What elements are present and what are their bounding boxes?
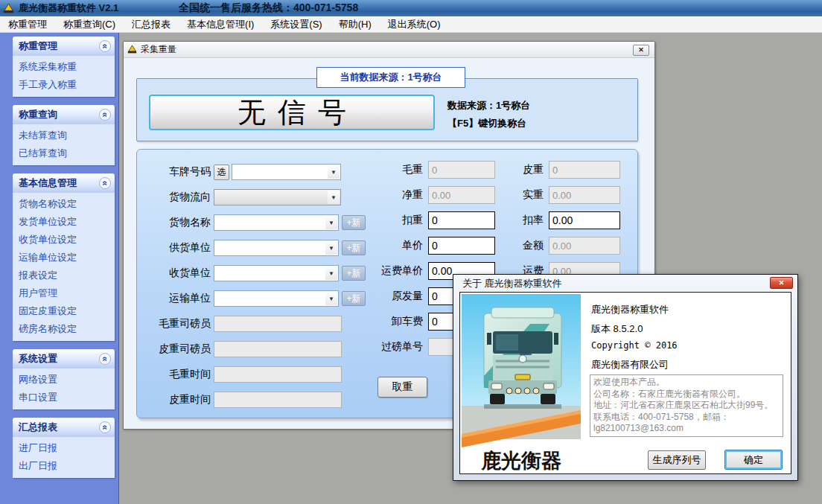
sidebar-item-unsettled-query[interactable]: 未结算查询 bbox=[19, 127, 115, 144]
chevron-down-icon[interactable]: ▼ bbox=[328, 191, 340, 204]
menu-settings[interactable]: 系统设置(S) bbox=[262, 16, 330, 32]
source-info: 数据来源：1号称台 【F5】键切换称台 bbox=[447, 97, 530, 133]
sidebar-group-basic-info: 基本信息管理 « 货物名称设定 发货单位设定 收货单位设定 运输单位设定 报表设… bbox=[13, 173, 115, 341]
receiver-combo[interactable]: ▼ bbox=[214, 265, 339, 281]
plate-number-label: 车牌号码 bbox=[136, 165, 211, 179]
sidebar-item-shipper[interactable]: 发货单位设定 bbox=[19, 213, 115, 231]
about-dialog: 关于 鹿光衡器称重软件 ✕ bbox=[453, 274, 798, 481]
chevron-down-icon[interactable]: ▼ bbox=[325, 292, 337, 305]
deduct-rate-field[interactable] bbox=[549, 211, 620, 229]
svg-text:鹿光衡器: 鹿光衡器 bbox=[480, 450, 561, 472]
gross-weight-field[interactable] bbox=[428, 161, 495, 179]
window-title: 鹿光衡器称重软件 V2.1 bbox=[19, 1, 118, 15]
form-right-column: 皮重 实重 扣率 金额 运费 bbox=[488, 161, 620, 280]
sidebar-item-system-capture[interactable]: 系统采集称重 bbox=[19, 58, 115, 76]
tare-time-field[interactable] bbox=[214, 392, 342, 408]
chevron-down-icon[interactable]: ▼ bbox=[325, 216, 337, 229]
sidebar: 称重管理 « 系统采集称重 手工录入称重 称重查询 « 未结算查询 已结算查询 … bbox=[0, 33, 119, 504]
tare-weight-field[interactable] bbox=[549, 161, 620, 179]
sidebar-group-header[interactable]: 汇总报表 « bbox=[13, 418, 115, 437]
unload-fee-label: 卸车费 bbox=[350, 315, 423, 328]
generate-serial-button[interactable]: 生成序列号 bbox=[648, 450, 706, 470]
info-line: 地址：河北省石家庄鹿泉区石柏北大街99号。 bbox=[593, 400, 780, 412]
amount-field[interactable] bbox=[549, 237, 620, 255]
sidebar-item-fixed-tare[interactable]: 固定皮重设定 bbox=[19, 302, 115, 320]
chevron-up-icon[interactable]: « bbox=[99, 353, 111, 365]
sidebar-item-settled-query[interactable]: 已结算查询 bbox=[19, 144, 115, 162]
menu-exit[interactable]: 退出系统(O) bbox=[380, 16, 449, 32]
unit-price-field[interactable] bbox=[428, 237, 495, 255]
chevron-down-icon[interactable]: ▼ bbox=[328, 165, 340, 179]
net-weight-label: 净重 bbox=[350, 188, 423, 202]
copyright-text: Copyright © 2016 bbox=[591, 340, 678, 351]
tare-operator-label: 皮重司磅员 bbox=[136, 342, 211, 356]
chevron-up-icon[interactable]: « bbox=[99, 177, 111, 189]
menu-reports[interactable]: 汇总报表 bbox=[124, 16, 179, 32]
product-name: 鹿光衡器称重软件 bbox=[591, 303, 669, 316]
actual-weight-field[interactable] bbox=[549, 186, 620, 204]
transporter-label: 运输单位 bbox=[136, 292, 211, 305]
chevron-down-icon[interactable]: ▼ bbox=[325, 241, 337, 255]
close-icon[interactable]: ✕ bbox=[633, 45, 649, 56]
transporter-combo[interactable]: ▼ bbox=[214, 290, 339, 307]
supplier-label: 供货单位 bbox=[136, 241, 211, 255]
menu-basic-info[interactable]: 基本信息管理(I) bbox=[179, 16, 262, 32]
capture-window-titlebar: 采集重量 ✕ bbox=[124, 42, 654, 58]
ok-button[interactable]: 确定 bbox=[724, 450, 783, 470]
menu-query[interactable]: 称重查询(C) bbox=[55, 16, 124, 32]
sidebar-item-inbound-daily[interactable]: 进厂日报 bbox=[19, 439, 115, 457]
gross-time-label: 毛重时间 bbox=[136, 368, 211, 381]
goods-flow-label: 货物流向 bbox=[136, 191, 211, 204]
sidebar-group-header[interactable]: 系统设置 « bbox=[13, 349, 115, 369]
sidebar-group-weighing: 称重管理 « 系统采集称重 手工录入称重 bbox=[13, 36, 115, 97]
sidebar-item-serial-port[interactable]: 串口设置 bbox=[19, 389, 115, 406]
menu-help[interactable]: 帮助(H) bbox=[331, 16, 380, 32]
sidebar-group-title: 基本信息管理 bbox=[19, 176, 77, 190]
sidebar-item-network[interactable]: 网络设置 bbox=[19, 371, 115, 389]
sidebar-item-scale-house[interactable]: 磅房名称设定 bbox=[19, 320, 115, 338]
sidebar-item-outbound-daily[interactable]: 出厂日报 bbox=[19, 457, 115, 475]
gross-time-field[interactable] bbox=[214, 366, 342, 383]
form-left-column: 车牌号码 选 ▼ 货物流向 ▼ 货物名称 ▼ +新 供货单位 ▼ +新 收货单位… bbox=[136, 164, 366, 408]
sidebar-group-header[interactable]: 称重管理 « bbox=[13, 36, 115, 56]
supplier-combo[interactable]: ▼ bbox=[214, 240, 339, 256]
freight-unit-price-label: 运费单价 bbox=[350, 264, 423, 278]
goods-name-combo[interactable]: ▼ bbox=[214, 214, 339, 231]
sidebar-item-user-mgmt[interactable]: 用户管理 bbox=[19, 284, 115, 302]
close-icon[interactable]: ✕ bbox=[770, 277, 793, 289]
receiver-label: 收货单位 bbox=[136, 267, 211, 280]
menu-weighing[interactable]: 称重管理 bbox=[0, 16, 55, 32]
source-info-line1: 数据来源：1号称台 bbox=[447, 97, 530, 115]
chevron-up-icon[interactable]: « bbox=[99, 421, 111, 433]
actual-weight-label: 实重 bbox=[488, 188, 544, 202]
chevron-down-icon[interactable]: ▼ bbox=[325, 267, 337, 280]
plate-number-combo[interactable]: ▼ bbox=[232, 164, 341, 180]
deduct-weight-label: 扣重 bbox=[350, 214, 423, 227]
desktop: 鹿光衡器称重软件 V2.1 全国统一售后服务热线：400-071-5758 称重… bbox=[0, 0, 822, 504]
chevron-up-icon[interactable]: « bbox=[99, 40, 111, 52]
sidebar-item-manual-entry[interactable]: 手工录入称重 bbox=[19, 76, 115, 94]
tare-time-label: 皮重时间 bbox=[136, 393, 211, 406]
sidebar-item-receiver[interactable]: 收货单位设定 bbox=[19, 231, 115, 249]
goods-flow-combo[interactable]: ▼ bbox=[214, 189, 341, 205]
deduct-weight-field[interactable] bbox=[428, 211, 495, 229]
chevron-up-icon[interactable]: « bbox=[99, 109, 111, 121]
sidebar-item-report-setting[interactable]: 报表设定 bbox=[19, 267, 115, 284]
take-weight-button[interactable]: 取重 bbox=[377, 377, 427, 398]
ticket-number-label: 过磅单号 bbox=[350, 340, 423, 354]
weight-display: 无信号 bbox=[149, 95, 435, 130]
tare-operator-field[interactable] bbox=[214, 341, 342, 357]
sidebar-group-header[interactable]: 基本信息管理 « bbox=[13, 173, 115, 193]
source-banner: 当前数据来源：1号称台 bbox=[316, 67, 465, 88]
gross-operator-field[interactable] bbox=[214, 316, 342, 332]
titlebar: 鹿光衡器称重软件 V2.1 全国统一售后服务热线：400-071-5758 bbox=[0, 0, 822, 16]
gross-weight-label: 毛重 bbox=[350, 163, 423, 176]
sidebar-item-goods-name[interactable]: 货物名称设定 bbox=[19, 195, 115, 213]
gross-operator-label: 毛重司磅员 bbox=[136, 317, 211, 331]
sidebar-group-header[interactable]: 称重查询 « bbox=[13, 105, 115, 124]
original-qty-label: 原发量 bbox=[350, 290, 423, 303]
sidebar-group-system: 系统设置 « 网络设置 串口设置 bbox=[13, 349, 115, 409]
net-weight-field[interactable] bbox=[428, 186, 495, 204]
plate-select-button[interactable]: 选 bbox=[214, 165, 229, 180]
sidebar-item-transporter[interactable]: 运输单位设定 bbox=[19, 249, 115, 267]
